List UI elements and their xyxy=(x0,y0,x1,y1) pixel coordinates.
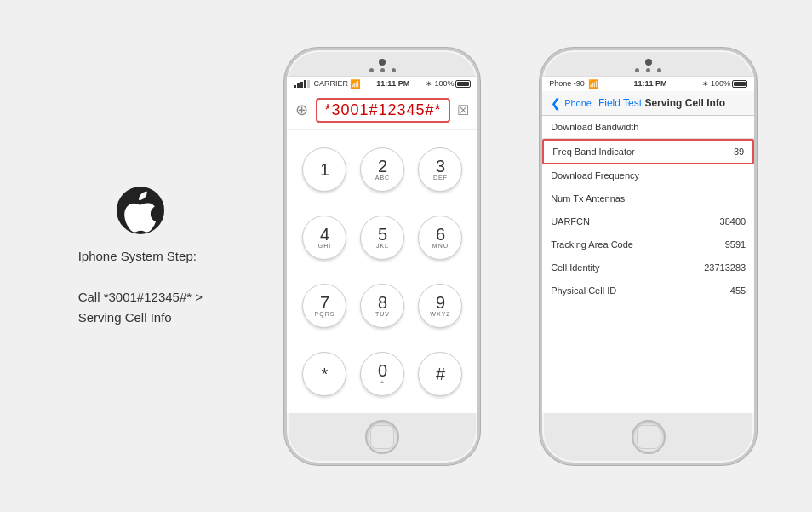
key-num: # xyxy=(436,365,445,383)
signal-icon xyxy=(294,80,310,88)
field-test-list: Download BandwidthFreq Band Indicator39D… xyxy=(542,116,754,413)
key-button-5[interactable]: 5JKL xyxy=(360,216,404,260)
apple-logo xyxy=(115,185,166,236)
ft-time: 11:11 PM xyxy=(633,79,666,88)
ft-row-value-4: 38400 xyxy=(720,216,746,227)
ft-row-label-6: Cell Identity xyxy=(551,262,599,273)
key-button-8[interactable]: 8TUV xyxy=(360,284,404,328)
field-test-screen: ❮ Phone Field Test Serving Cell Info Dow… xyxy=(542,91,754,413)
ft-row-4[interactable]: UARFCN38400 xyxy=(542,210,754,233)
nav-title-blue: Field Test xyxy=(598,97,642,109)
key-num: 1 xyxy=(320,161,329,178)
key-alpha: PQRS xyxy=(315,311,335,317)
ft-row-label-2: Download Frequency xyxy=(551,170,639,181)
key-alpha: WXYZ xyxy=(430,311,450,317)
dialer-clear-icon[interactable]: ☒ xyxy=(457,102,469,118)
status-left-ft: Phone -90 📶 xyxy=(549,79,598,89)
key-button-7[interactable]: 7PQRS xyxy=(302,284,346,328)
speaker-dot xyxy=(635,68,639,72)
key-alpha: DEF xyxy=(433,175,448,181)
battery-icon xyxy=(455,80,471,88)
left-section: Iphone System Step: Call *3001#12345#* >… xyxy=(55,185,226,328)
key-button-2[interactable]: 2ABC xyxy=(360,147,404,192)
ft-row-6[interactable]: Cell Identity23713283 xyxy=(542,256,754,279)
home-button-inner-ft xyxy=(637,425,660,449)
page-container: Iphone System Step: Call *3001#12345#* >… xyxy=(0,0,812,512)
battery-pct-ft: 100% xyxy=(711,79,730,88)
camera-ft xyxy=(645,59,652,66)
phone-signal-label: Phone -90 xyxy=(549,79,585,88)
ft-row-7[interactable]: Physical Cell ID455 xyxy=(542,279,754,302)
dialer-plus-icon[interactable]: ⊕ xyxy=(295,101,308,119)
ft-row-label-1: Freq Band Indicator xyxy=(552,147,635,157)
dialer-screen: ⊕ *3001#12345#* ☒ 12ABC3DEF4GHI5JKL6MNO7… xyxy=(287,91,477,413)
key-button-4[interactable]: 4GHI xyxy=(302,216,346,260)
key-button-6[interactable]: 6MNO xyxy=(418,216,462,260)
home-button-ft[interactable] xyxy=(632,420,666,454)
dialer-time: 11:11 PM xyxy=(376,79,409,88)
nav-title: Field Test Serving Cell Info xyxy=(598,97,725,109)
ft-row-value-1: 39 xyxy=(734,147,744,157)
ft-row-label-3: Num Tx Antennas xyxy=(551,193,625,204)
iphone-top-dialer xyxy=(287,50,477,76)
ft-row-label-7: Physical Cell ID xyxy=(551,285,616,296)
dialer-input-row: ⊕ *3001#12345#* ☒ xyxy=(287,91,477,130)
key-button-1[interactable]: 1 xyxy=(302,147,346,192)
key-button-0[interactable]: 0+ xyxy=(360,352,404,396)
key-num: 0 xyxy=(378,362,387,379)
ft-row-2[interactable]: Download Frequency xyxy=(542,164,754,187)
ft-row-label-4: UARFCN xyxy=(551,216,590,227)
key-button-*[interactable]: * xyxy=(302,352,346,396)
speaker-dot xyxy=(392,68,396,72)
key-num: 6 xyxy=(436,226,445,243)
bt-icon: ∗ xyxy=(426,79,432,88)
ft-row-0[interactable]: Download Bandwidth xyxy=(542,116,754,139)
nav-back-label[interactable]: Phone xyxy=(564,98,592,108)
instruction-text: Iphone System Step: Call *3001#12345#* >… xyxy=(78,246,203,328)
key-num: 4 xyxy=(320,226,329,243)
status-right-dialer: ∗ 100% xyxy=(426,79,471,88)
key-num: 3 xyxy=(436,158,445,175)
key-num: 8 xyxy=(378,294,387,311)
key-alpha: MNO xyxy=(432,243,449,249)
iphone-top-ft xyxy=(542,50,754,76)
home-button-inner xyxy=(370,425,394,449)
key-button-9[interactable]: 9WXYZ xyxy=(418,284,462,328)
key-alpha: JKL xyxy=(376,243,389,249)
field-test-nav: ❮ Phone Field Test Serving Cell Info xyxy=(542,91,754,116)
battery-pct: 100% xyxy=(434,79,454,88)
key-alpha: TUV xyxy=(375,311,390,317)
iphone-dialer: CARRIER 📶 11:11 PM ∗ 100% ⊕ *3001#12345#… xyxy=(284,48,480,465)
speaker-row-dialer xyxy=(369,68,396,72)
speaker-dot xyxy=(380,68,385,72)
status-bar-dialer: CARRIER 📶 11:11 PM ∗ 100% xyxy=(287,76,477,91)
key-button-#[interactable]: # xyxy=(418,352,462,396)
key-num: * xyxy=(322,365,329,383)
speaker-dot xyxy=(369,68,374,72)
status-right-ft: ∗ 100% xyxy=(702,79,747,88)
speaker-dot xyxy=(646,68,650,72)
ft-row-1[interactable]: Freq Band Indicator39 xyxy=(542,139,754,164)
instruction-title: Iphone System Step: xyxy=(78,249,197,263)
key-alpha: GHI xyxy=(318,243,331,249)
ft-row-label-5: Tracking Area Code xyxy=(551,239,633,250)
ft-row-value-7: 455 xyxy=(730,285,746,296)
bt-icon-ft: ∗ xyxy=(702,79,709,88)
speaker-dot xyxy=(657,68,661,72)
nav-title-rest: Serving Cell Info xyxy=(644,97,725,109)
ft-row-3[interactable]: Num Tx Antennas xyxy=(542,187,754,210)
speaker-row-ft xyxy=(635,68,661,72)
battery-icon-ft xyxy=(732,80,747,88)
instruction-line3: Serving Cell Info xyxy=(78,310,172,325)
key-num: 7 xyxy=(320,294,329,311)
key-num: 2 xyxy=(378,158,387,175)
ft-row-value-6: 23713283 xyxy=(704,262,746,273)
back-chevron-icon[interactable]: ❮ xyxy=(551,96,561,110)
ft-row-5[interactable]: Tracking Area Code9591 xyxy=(542,233,754,256)
key-button-3[interactable]: 3DEF xyxy=(418,147,462,192)
key-alpha: ABC xyxy=(375,175,390,181)
status-bar-ft: Phone -90 📶 11:11 PM ∗ 100% xyxy=(542,76,754,91)
home-button-dialer[interactable] xyxy=(365,420,399,454)
ft-row-value-5: 9591 xyxy=(725,239,746,250)
keypad: 12ABC3DEF4GHI5JKL6MNO7PQRS8TUV9WXYZ*0+# xyxy=(287,130,477,413)
